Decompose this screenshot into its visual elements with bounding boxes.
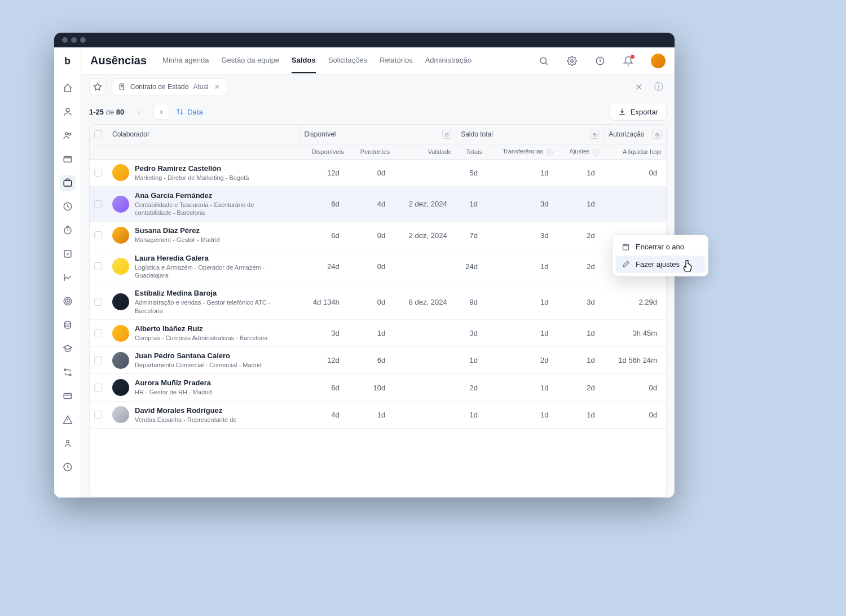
card-icon[interactable] (60, 388, 76, 404)
row-checkbox[interactable] (94, 411, 102, 419)
money-icon[interactable] (60, 317, 76, 333)
bell-icon[interactable] (620, 53, 636, 69)
close-window-icon[interactable] (62, 37, 68, 43)
cell-settle (604, 186, 666, 222)
row-checkbox[interactable] (94, 298, 102, 306)
user-avatar[interactable] (651, 54, 666, 68)
menu-make-adjustments[interactable]: Fazer ajustes (616, 256, 705, 273)
employee-avatar (112, 258, 129, 275)
export-button[interactable]: Exportar (610, 103, 667, 121)
favorite-button[interactable] (89, 78, 106, 95)
cell-settle: 0d (604, 159, 666, 186)
column-employee[interactable]: Colaborador (108, 125, 299, 144)
menu-close-year[interactable]: Encerrar o ano (616, 238, 705, 256)
tab-requests[interactable]: Solicitações (328, 48, 367, 73)
cell-transfers: 3d (487, 186, 557, 222)
cell-totals: 1d (456, 347, 487, 374)
svg-rect-21 (623, 244, 629, 250)
tab-team-management[interactable]: Gestão da equipe (221, 48, 279, 73)
maximize-window-icon[interactable] (80, 37, 86, 43)
table-row[interactable]: Pedro Ramirez Castellón Marketing - Dire… (90, 159, 666, 186)
info-icon[interactable]: i (593, 149, 600, 156)
users-icon[interactable] (60, 127, 76, 143)
table-row[interactable]: David Morales Rodríguez Vendas Espanha -… (90, 401, 666, 428)
target-icon[interactable] (60, 293, 76, 309)
row-checkbox[interactable] (94, 169, 102, 177)
filter-bar: Contrato de Estado Atual ✕ ✕ ⓘ (81, 74, 675, 99)
cell-validity: 8 dez, 2024 (394, 284, 456, 320)
expand-icon[interactable]: ⊕ (442, 130, 451, 139)
check-icon[interactable] (60, 246, 76, 262)
row-checkbox[interactable] (94, 357, 102, 364)
history-icon[interactable] (60, 459, 76, 475)
table-row[interactable]: Laura Heredia Galera Logística e Armazém… (90, 249, 666, 284)
filter-chip[interactable]: Contrato de Estado Atual ✕ (112, 78, 227, 95)
employee-name: Aurora Muñiz Pradera (135, 379, 211, 387)
person-icon[interactable] (60, 435, 76, 451)
briefcase-icon[interactable] (60, 175, 76, 191)
table-row[interactable]: Ana García Fernández Contabilidade e Tes… (90, 186, 666, 222)
next-page-button[interactable]: › (153, 104, 169, 120)
gear-icon[interactable] (564, 53, 580, 69)
table-row[interactable]: Susana Díaz Pérez Management - Gestor - … (90, 222, 666, 249)
close-icon[interactable]: ✕ (213, 83, 221, 91)
employee-name: David Morales Rodríguez (135, 406, 236, 415)
cell-available: 12d (299, 347, 349, 374)
cell-validity (394, 401, 456, 428)
tab-balances[interactable]: Saldos (292, 48, 316, 73)
cell-totals: 9d (456, 284, 487, 320)
table-row[interactable]: Estíbaliz Medina Baroja Administração e … (90, 284, 666, 320)
cell-totals: 2d (456, 374, 487, 401)
home-icon[interactable] (60, 80, 76, 96)
row-checkbox[interactable] (94, 262, 102, 270)
help-icon[interactable] (592, 53, 608, 69)
table-row[interactable]: Aurora Muñiz Pradera HR - Gestor de RH -… (90, 374, 666, 401)
sort-button[interactable]: Data (176, 108, 202, 116)
svg-point-16 (540, 58, 547, 64)
cell-available: 6d (299, 186, 349, 222)
table-row[interactable]: Juan Pedro Santana Calero Departamento C… (90, 347, 666, 374)
tab-my-agenda[interactable]: Minha agenda (162, 48, 209, 73)
table-row[interactable]: Alberto Ibáñez Ruiz Compras - Compras Ad… (90, 319, 666, 346)
info-icon[interactable]: i (546, 149, 553, 156)
row-checkbox[interactable] (94, 329, 102, 337)
tab-reports[interactable]: Relatórios (380, 48, 413, 73)
expand-icon[interactable]: ⊕ (590, 130, 599, 139)
minimize-window-icon[interactable] (71, 37, 77, 43)
employee-role: Logística e Armazém - Operador de Armazé… (135, 263, 281, 280)
timer-icon[interactable] (60, 222, 76, 238)
clock-icon[interactable] (60, 199, 76, 214)
route-icon[interactable] (60, 364, 76, 380)
alert-icon[interactable] (60, 412, 76, 428)
filter-label: Contrato de Estado (130, 83, 188, 91)
cell-adjustments: 1d (557, 159, 603, 186)
info-icon[interactable]: ⓘ (651, 79, 667, 95)
cell-pending: 0d (349, 249, 395, 284)
cell-available: 6d (299, 374, 349, 401)
tab-administration[interactable]: Administração (425, 48, 472, 73)
employee-avatar (112, 196, 129, 213)
graduation-icon[interactable] (60, 341, 76, 357)
cell-pending: 0d (349, 284, 395, 320)
expand-icon[interactable]: ⊕ (653, 130, 662, 139)
svg-point-13 (69, 374, 71, 376)
column-total-balance[interactable]: Saldo total⊕ (456, 125, 604, 144)
column-authorization[interactable]: Autorização⊕ (604, 125, 666, 144)
pencil-icon (622, 260, 630, 269)
cell-transfers: 3d (487, 222, 557, 249)
clear-filter-icon[interactable]: ✕ (631, 79, 646, 95)
select-all-checkbox[interactable] (94, 130, 102, 138)
row-checkbox[interactable] (94, 384, 102, 391)
app-logo[interactable]: b (61, 54, 74, 68)
chart-icon[interactable] (60, 270, 76, 285)
row-checkbox[interactable] (94, 231, 102, 239)
calendar-icon (622, 243, 630, 251)
svg-point-15 (66, 441, 69, 443)
row-checkbox[interactable] (94, 200, 102, 208)
cell-totals: 1d (456, 401, 487, 428)
column-available[interactable]: Disponível⊕ (299, 125, 456, 144)
user-icon[interactable] (60, 104, 76, 120)
svg-point-10 (67, 301, 68, 302)
folder-icon[interactable] (60, 151, 76, 167)
search-icon[interactable] (536, 53, 552, 69)
